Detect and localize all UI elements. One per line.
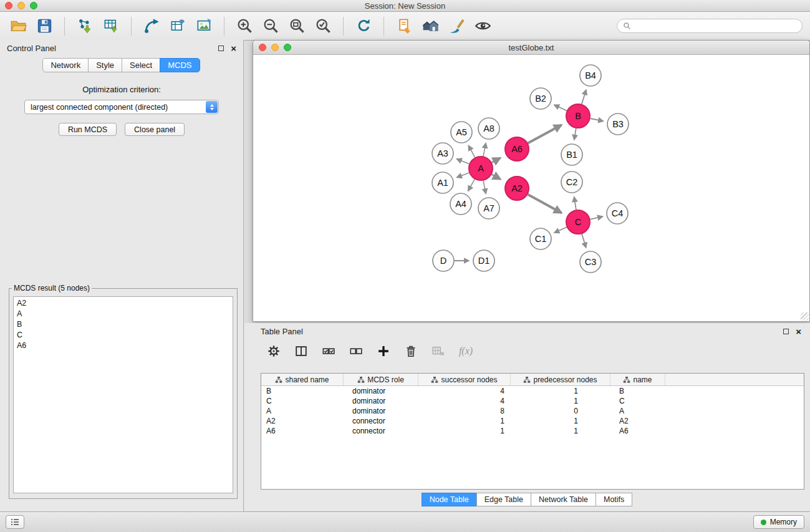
table-row[interactable]: Adominator80A bbox=[261, 406, 804, 416]
graph-edge-C-C4[interactable] bbox=[591, 216, 603, 220]
tab-mcds[interactable]: MCDS bbox=[160, 58, 200, 72]
table-row[interactable]: Bdominator41B bbox=[261, 386, 804, 396]
graph-node-A7[interactable]: A7 bbox=[478, 198, 499, 219]
graph-node-A8[interactable]: A8 bbox=[478, 118, 499, 139]
tab-select[interactable]: Select bbox=[122, 58, 160, 72]
zoom-fit-button[interactable] bbox=[286, 16, 307, 37]
tab-node-table[interactable]: Node Table bbox=[422, 493, 477, 506]
table-settings-button[interactable] bbox=[266, 343, 282, 359]
open-session-button[interactable] bbox=[7, 16, 29, 37]
graph-node-A2[interactable]: A2 bbox=[505, 177, 529, 200]
column-header-name[interactable]: name bbox=[610, 374, 665, 385]
add-row-button[interactable] bbox=[375, 343, 392, 359]
graph-node-C4[interactable]: C4 bbox=[607, 203, 628, 224]
mcds-result-item[interactable]: A2 bbox=[14, 298, 233, 309]
graph-node-A3[interactable]: A3 bbox=[432, 143, 453, 164]
zoom-selected-button[interactable] bbox=[312, 16, 334, 37]
column-header-mcds-role[interactable]: MCDS role bbox=[344, 374, 418, 385]
table-row[interactable]: A2connector11A2 bbox=[261, 416, 804, 426]
graph-edge-A-A4[interactable] bbox=[468, 179, 475, 191]
graph-node-C2[interactable]: C2 bbox=[561, 172, 582, 193]
export-image-button[interactable] bbox=[193, 16, 215, 37]
graph-node-B1[interactable]: B1 bbox=[561, 144, 582, 165]
run-mcds-button[interactable]: Run MCDS bbox=[59, 123, 117, 136]
graph-edge-C-C1[interactable] bbox=[554, 227, 567, 233]
unselect-all-button[interactable] bbox=[348, 343, 364, 359]
float-table-panel-icon[interactable] bbox=[783, 329, 789, 334]
optimization-dropdown[interactable]: largest connected component (directed) bbox=[24, 100, 219, 114]
graph-edge-A-A5[interactable] bbox=[468, 145, 475, 157]
table-row[interactable]: A6connector11A6 bbox=[261, 426, 804, 436]
maximize-network-window-button[interactable] bbox=[284, 44, 291, 51]
graph-edge-A-A1[interactable] bbox=[457, 173, 470, 177]
export-table-button[interactable] bbox=[167, 16, 188, 37]
zoom-in-button[interactable] bbox=[234, 16, 255, 37]
fullscreen-window-button[interactable] bbox=[30, 2, 37, 9]
mcds-result-item[interactable]: B bbox=[14, 319, 233, 330]
graph-node-D[interactable]: D bbox=[433, 250, 454, 271]
resize-grip[interactable] bbox=[801, 312, 809, 321]
export-network-button[interactable] bbox=[141, 16, 162, 37]
mcds-result-list[interactable]: A2ABCA6 bbox=[13, 296, 233, 493]
graph-node-A1[interactable]: A1 bbox=[432, 172, 453, 193]
graph-edge-A-A6[interactable] bbox=[492, 158, 501, 163]
graph-node-D1[interactable]: D1 bbox=[473, 250, 494, 271]
annotate-button[interactable] bbox=[446, 16, 467, 37]
graph-node-A4[interactable]: A4 bbox=[450, 193, 471, 215]
mcds-result-item[interactable]: C bbox=[14, 330, 233, 341]
table-row[interactable]: Cdominator41C bbox=[261, 396, 804, 406]
mcds-result-item[interactable]: A bbox=[14, 309, 233, 319]
graph-edge-B-B4[interactable] bbox=[582, 90, 586, 104]
graph-edge-B-B2[interactable] bbox=[554, 105, 567, 110]
manage-networks-button[interactable] bbox=[393, 16, 415, 37]
column-header-predecessor-nodes[interactable]: predecessor nodes bbox=[511, 374, 610, 385]
minimize-network-window-button[interactable] bbox=[271, 44, 279, 51]
tab-style[interactable]: Style bbox=[88, 58, 122, 72]
import-table-from-file-button[interactable] bbox=[100, 16, 122, 37]
graph-edge-A-A2[interactable] bbox=[492, 175, 501, 180]
function-builder-button[interactable]: f(x) bbox=[458, 343, 474, 359]
float-panel-icon[interactable] bbox=[218, 46, 224, 51]
tab-edge-table[interactable]: Edge Table bbox=[476, 493, 531, 506]
graph-node-B3[interactable]: B3 bbox=[607, 114, 629, 135]
home-button[interactable] bbox=[420, 16, 441, 37]
close-network-window-button[interactable] bbox=[259, 44, 266, 51]
select-all-button[interactable] bbox=[321, 343, 337, 359]
tab-motifs[interactable]: Motifs bbox=[595, 493, 632, 506]
graph-node-C1[interactable]: C1 bbox=[530, 228, 551, 249]
task-history-button[interactable] bbox=[6, 515, 24, 529]
graph-node-C[interactable]: C bbox=[566, 210, 590, 234]
graph-node-A[interactable]: A bbox=[469, 157, 493, 180]
graph-edge-A-A3[interactable] bbox=[456, 159, 469, 164]
graph-edge-B-B1[interactable] bbox=[574, 128, 576, 140]
close-panel-button[interactable]: Close panel bbox=[125, 123, 185, 136]
graph-node-A6[interactable]: A6 bbox=[505, 137, 529, 161]
tab-network[interactable]: Network bbox=[42, 58, 89, 72]
close-window-button[interactable] bbox=[5, 2, 12, 9]
graph-edge-A2-C[interactable] bbox=[528, 195, 562, 213]
graph-edge-A6-B[interactable] bbox=[528, 125, 562, 143]
graph-edge-A-A7[interactable] bbox=[483, 181, 486, 194]
delete-row-button[interactable] bbox=[403, 343, 419, 359]
graph-node-A5[interactable]: A5 bbox=[451, 122, 472, 143]
graph-edge-B-B3[interactable] bbox=[591, 118, 604, 121]
column-header-successor-nodes[interactable]: successor nodes bbox=[418, 374, 511, 385]
column-header-shared-name[interactable]: shared name bbox=[261, 374, 344, 385]
show-columns-button[interactable] bbox=[293, 343, 309, 359]
show-hide-button[interactable] bbox=[472, 16, 493, 37]
close-table-panel-icon[interactable]: × bbox=[796, 327, 801, 336]
graph-edge-C-C3[interactable] bbox=[582, 234, 586, 248]
zoom-out-button[interactable] bbox=[260, 16, 281, 37]
save-session-button[interactable] bbox=[34, 16, 55, 37]
network-canvas[interactable]: B4B2BB3A5A8A6B1A3AC2A1A2A4A7C4CC1C3DD1 bbox=[253, 55, 809, 321]
graph-node-B4[interactable]: B4 bbox=[580, 65, 601, 86]
tab-network-table[interactable]: Network Table bbox=[531, 493, 596, 506]
import-network-from-file-button[interactable] bbox=[74, 16, 95, 37]
graph-node-C3[interactable]: C3 bbox=[580, 251, 601, 273]
minimize-window-button[interactable] bbox=[17, 2, 25, 9]
close-panel-icon[interactable]: × bbox=[231, 44, 236, 53]
graph-node-B[interactable]: B bbox=[566, 104, 590, 128]
delete-column-button[interactable] bbox=[430, 343, 446, 359]
apply-layout-button[interactable] bbox=[353, 16, 374, 37]
graph-node-B2[interactable]: B2 bbox=[530, 88, 551, 109]
